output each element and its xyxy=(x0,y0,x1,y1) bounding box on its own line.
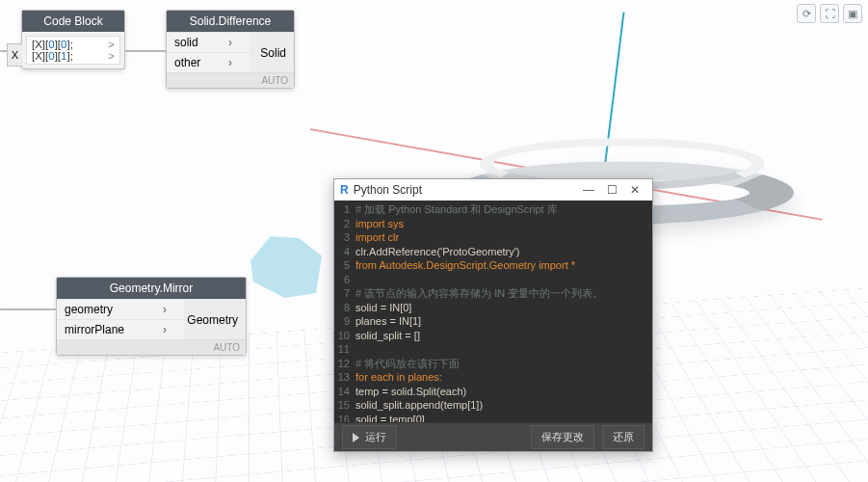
code-line[interactable]: solid_split.append(temp[1]) xyxy=(355,398,483,413)
line-number: 10 xyxy=(334,329,350,343)
code-line[interactable]: for each in planes: xyxy=(355,370,442,385)
code-line[interactable]: solid_split = [] xyxy=(355,329,420,343)
node-title: Code Block xyxy=(22,11,124,32)
view-toolbar: ⟳ ⛶ ▣ xyxy=(797,4,862,23)
code-line[interactable]: import sys xyxy=(355,217,404,231)
code-line[interactable]: temp = solid.Split(each) xyxy=(355,385,466,399)
code-line[interactable]: solid = IN[0] xyxy=(355,301,411,315)
line-number: 1 xyxy=(334,202,350,217)
input-port-mirrorplane[interactable]: mirrorPlane› xyxy=(57,319,184,339)
code-line[interactable]: # 加载 Python Standard 和 DesignScript 库 xyxy=(355,202,558,217)
code-line[interactable]: solid = temp[0] xyxy=(355,413,425,423)
editor-toolbar: 运行 保存更改 还原 xyxy=(334,422,652,451)
code-editor[interactable]: 1# 加载 Python Standard 和 DesignScript 库2i… xyxy=(334,201,652,422)
input-port-geometry[interactable]: geometry› xyxy=(57,299,184,319)
line-number: 13 xyxy=(334,370,350,385)
minimize-button[interactable]: — xyxy=(577,183,600,197)
node-geometry-mirror[interactable]: Geometry.Mirror geometry› mirrorPlane› G… xyxy=(56,277,247,356)
lacing-auto[interactable]: AUTO xyxy=(57,339,246,355)
play-icon xyxy=(353,433,359,442)
line-number: 9 xyxy=(334,314,350,329)
code-line[interactable]: from Autodesk.DesignScript.Geometry impo… xyxy=(355,258,575,273)
lacing-auto[interactable]: AUTO xyxy=(167,72,294,88)
close-button[interactable]: ✕ xyxy=(623,183,646,197)
line-number: 7 xyxy=(334,286,350,301)
input-port-x[interactable]: X xyxy=(7,43,22,67)
code-line[interactable]: clr.AddReference('ProtoGeometry') xyxy=(355,245,520,259)
window-titlebar[interactable]: R Python Script — ☐ ✕ xyxy=(334,179,652,201)
window-title: Python Script xyxy=(354,183,422,197)
node-title: Solid.Difference xyxy=(167,11,294,32)
fit-view-icon[interactable]: ▣ xyxy=(843,4,862,23)
node-code-block[interactable]: X Code Block [X][0][0]; > [X][0][1]; > xyxy=(21,10,125,69)
line-number: 11 xyxy=(334,342,350,357)
orbit-icon[interactable]: ⟳ xyxy=(797,4,816,23)
line-number: 15 xyxy=(334,398,350,413)
code-line[interactable]: import clr xyxy=(355,230,399,245)
input-port-solid[interactable]: solid› xyxy=(167,32,250,52)
python-script-window[interactable]: R Python Script — ☐ ✕ 1# 加载 Python Stand… xyxy=(333,178,653,452)
line-number: 12 xyxy=(334,357,350,371)
revit-icon: R xyxy=(340,183,349,197)
axis-z xyxy=(603,13,625,177)
line-number: 3 xyxy=(334,230,350,245)
line-number: 14 xyxy=(334,385,350,399)
line-number: 16 xyxy=(334,413,350,423)
code-body[interactable]: [X][0][0]; > [X][0][1]; > xyxy=(26,36,120,65)
line-number: 5 xyxy=(334,258,350,273)
save-changes-button[interactable]: 保存更改 xyxy=(531,425,594,449)
pan-icon[interactable]: ⛶ xyxy=(820,4,839,23)
revert-button[interactable]: 还原 xyxy=(602,425,644,449)
output-port-solid[interactable]: Solid xyxy=(250,32,294,72)
line-number: 6 xyxy=(334,273,350,287)
line-number: 2 xyxy=(334,217,350,231)
code-line[interactable]: # 该节点的输入内容将存储为 IN 变量中的一个列表。 xyxy=(355,286,603,301)
maximize-button[interactable]: ☐ xyxy=(600,183,623,197)
output-port-geometry[interactable]: Geometry xyxy=(184,299,246,339)
wire xyxy=(0,308,56,310)
code-line[interactable]: planes = IN[1] xyxy=(355,314,421,329)
input-port-other[interactable]: other› xyxy=(167,52,250,72)
wire xyxy=(125,50,166,52)
node-title: Geometry.Mirror xyxy=(57,278,246,299)
line-number: 8 xyxy=(334,301,350,315)
run-button[interactable]: 运行 xyxy=(342,425,397,449)
line-number: 4 xyxy=(334,245,350,259)
node-solid-difference[interactable]: Solid.Difference solid› other› Solid AUT… xyxy=(166,10,295,89)
code-line[interactable]: # 将代码放在该行下面 xyxy=(355,357,460,371)
